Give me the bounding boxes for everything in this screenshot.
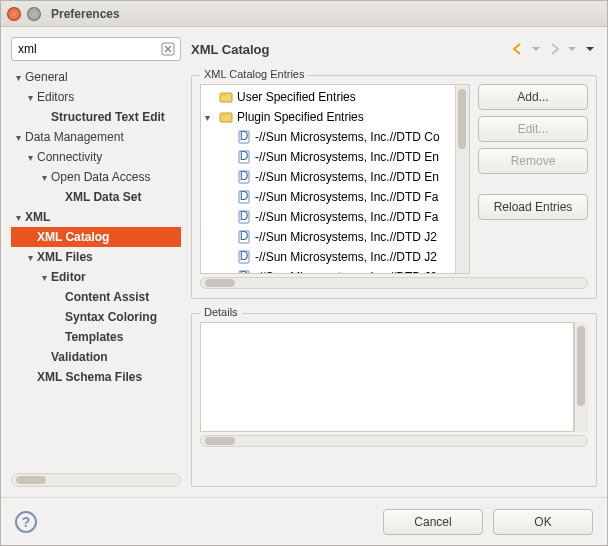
tree-item-label: XML Data Set — [63, 190, 141, 204]
tree-item[interactable]: Validation — [11, 347, 181, 367]
dtd-icon: D — [237, 210, 251, 224]
tree-item-label: Structured Text Edit — [49, 110, 165, 124]
list-item-label: -//Sun Microsystems, Inc.//DTD J2 — [255, 250, 437, 264]
tree-item[interactable]: XML Catalog — [11, 227, 181, 247]
dtd-icon: D — [237, 130, 251, 144]
details-legend: Details — [200, 306, 242, 318]
tree-item[interactable]: Templates — [11, 327, 181, 347]
list-item[interactable]: D-//Sun Microsystems, Inc.//DTD En — [201, 167, 455, 187]
close-icon[interactable] — [7, 7, 21, 21]
minimize-icon[interactable] — [27, 7, 41, 21]
tree-item[interactable]: ▾Editors — [11, 87, 181, 107]
forward-icon[interactable] — [547, 42, 561, 56]
back-menu-icon[interactable] — [529, 42, 543, 56]
chevron-down-icon: ▾ — [39, 172, 49, 183]
tree-item-label: Templates — [63, 330, 123, 344]
tree-item[interactable]: ▾XML — [11, 207, 181, 227]
view-menu-icon[interactable] — [583, 42, 597, 56]
tree-item-label: Validation — [49, 350, 108, 364]
tree-item[interactable]: Content Assist — [11, 287, 181, 307]
tree-item-label: Data Management — [23, 130, 124, 144]
dtd-icon: D — [237, 150, 251, 164]
list-item[interactable]: D-//Sun Microsystems, Inc.//DTD Co — [201, 127, 455, 147]
list-item-label: -//Sun Microsystems, Inc.//DTD J2 — [255, 230, 437, 244]
list-item-label: -//Sun Microsystems, Inc.//DTD J2 — [255, 270, 437, 273]
remove-button[interactable]: Remove — [478, 148, 588, 174]
chevron-icon: ▾ — [205, 112, 215, 123]
tree-item-label: XML Schema Files — [35, 370, 142, 384]
svg-text:D: D — [240, 130, 249, 143]
tree-item[interactable]: Syntax Coloring — [11, 307, 181, 327]
details-hscrollbar[interactable] — [200, 434, 588, 448]
titlebar: Preferences — [1, 1, 607, 27]
chevron-down-icon: ▾ — [25, 92, 35, 103]
tree-hscrollbar[interactable] — [11, 473, 181, 487]
right-pane: XML Catalog XML Catalog Entries User Spe… — [191, 37, 597, 487]
entries-vscrollbar[interactable] — [455, 85, 469, 273]
tree-item[interactable]: ▾Data Management — [11, 127, 181, 147]
details-group: Details — [191, 313, 597, 487]
entries-legend: XML Catalog Entries — [200, 68, 308, 80]
add-button[interactable]: Add... — [478, 84, 588, 110]
details-box — [200, 322, 574, 432]
ok-button[interactable]: OK — [493, 509, 593, 535]
svg-rect-4 — [220, 113, 226, 116]
tree-item[interactable]: ▾Editor — [11, 267, 181, 287]
tree-item[interactable]: ▾Open Data Access — [11, 167, 181, 187]
entries-hscrollbar[interactable] — [200, 276, 588, 290]
tree-item[interactable]: XML Schema Files — [11, 367, 181, 387]
chevron-down-icon: ▾ — [13, 72, 23, 83]
tree-item[interactable]: ▾General — [11, 67, 181, 87]
list-item-label: -//Sun Microsystems, Inc.//DTD Fa — [255, 210, 438, 224]
page-nav — [511, 42, 597, 56]
svg-text:D: D — [240, 250, 249, 263]
chevron-down-icon: ▾ — [25, 252, 35, 263]
list-item[interactable]: D-//Sun Microsystems, Inc.//DTD J2 — [201, 227, 455, 247]
svg-text:D: D — [240, 210, 249, 223]
tree-item[interactable]: XML Data Set — [11, 187, 181, 207]
list-item[interactable]: User Specified Entries — [201, 87, 455, 107]
tree-item-label: XML Files — [35, 250, 93, 264]
list-item-label: -//Sun Microsystems, Inc.//DTD En — [255, 150, 439, 164]
search-input[interactable] — [11, 37, 181, 61]
entries-list[interactable]: User Specified Entries▾Plugin Specified … — [200, 84, 470, 274]
tree-item-label: Content Assist — [63, 290, 149, 304]
list-item[interactable]: D-//Sun Microsystems, Inc.//DTD Fa — [201, 187, 455, 207]
tree-item-label: Editor — [49, 270, 86, 284]
list-item[interactable]: ▾Plugin Specified Entries — [201, 107, 455, 127]
folder-icon — [219, 110, 233, 124]
svg-text:D: D — [240, 230, 249, 243]
entries-group: XML Catalog Entries User Specified Entri… — [191, 75, 597, 299]
help-icon[interactable]: ? — [15, 511, 37, 533]
dialog-body: ▾General▾EditorsStructured Text Edit▾Dat… — [1, 27, 607, 497]
list-item-label: User Specified Entries — [237, 90, 356, 104]
edit-button[interactable]: Edit... — [478, 116, 588, 142]
svg-text:D: D — [240, 150, 249, 163]
cancel-button[interactable]: Cancel — [383, 509, 483, 535]
list-item[interactable]: D-//Sun Microsystems, Inc.//DTD J2 — [201, 247, 455, 267]
svg-text:D: D — [240, 170, 249, 183]
tree-item-label: Syntax Coloring — [63, 310, 157, 324]
tree-item[interactable]: Structured Text Edit — [11, 107, 181, 127]
reload-entries-button[interactable]: Reload Entries — [478, 194, 588, 220]
dtd-icon: D — [237, 190, 251, 204]
back-icon[interactable] — [511, 42, 525, 56]
tree-item[interactable]: ▾Connectivity — [11, 147, 181, 167]
list-item-label: -//Sun Microsystems, Inc.//DTD Fa — [255, 190, 438, 204]
chevron-down-icon: ▾ — [39, 272, 49, 283]
chevron-down-icon: ▾ — [13, 132, 23, 143]
list-item[interactable]: D-//Sun Microsystems, Inc.//DTD J2 — [201, 267, 455, 273]
list-item[interactable]: D-//Sun Microsystems, Inc.//DTD En — [201, 147, 455, 167]
details-vscrollbar[interactable] — [574, 322, 588, 432]
dtd-icon: D — [237, 230, 251, 244]
page-title: XML Catalog — [191, 42, 270, 57]
tree-item-label: Open Data Access — [49, 170, 150, 184]
window-controls — [7, 7, 41, 21]
tree-item-label: Editors — [35, 90, 74, 104]
list-item[interactable]: D-//Sun Microsystems, Inc.//DTD Fa — [201, 207, 455, 227]
forward-menu-icon[interactable] — [565, 42, 579, 56]
preference-tree[interactable]: ▾General▾EditorsStructured Text Edit▾Dat… — [11, 67, 181, 469]
svg-text:D: D — [240, 270, 249, 273]
tree-item-label: General — [23, 70, 68, 84]
tree-item[interactable]: ▾XML Files — [11, 247, 181, 267]
